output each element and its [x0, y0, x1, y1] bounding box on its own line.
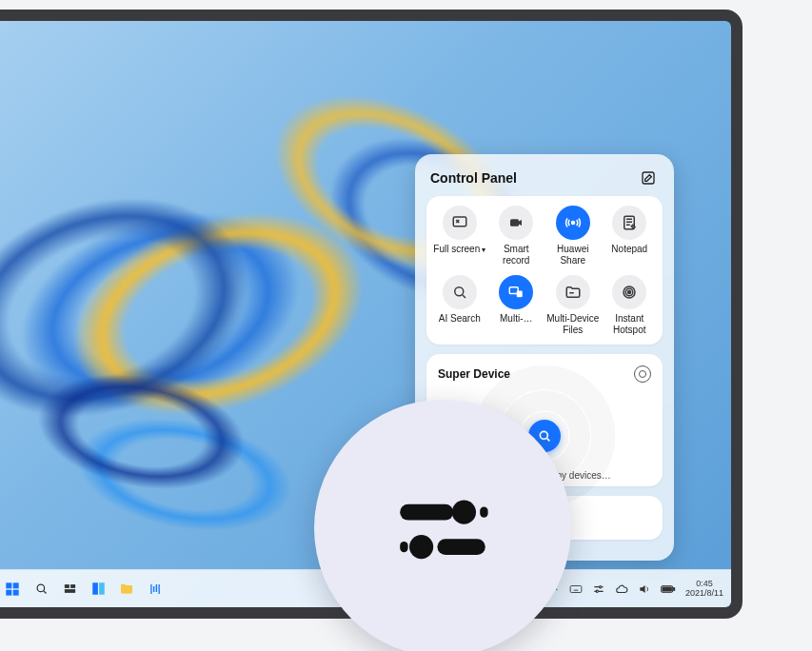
svg-rect-12: [6, 582, 11, 588]
start-button[interactable]: [4, 581, 21, 598]
folder-icon: [119, 582, 134, 597]
edit-button[interactable]: [638, 168, 659, 188]
tile-multi-device-files[interactable]: Multi-Device Files: [545, 275, 601, 335]
svg-rect-30: [480, 507, 487, 518]
svg-point-11: [540, 431, 547, 439]
tile-label: Full screen▾: [433, 244, 485, 265]
tray-battery[interactable]: [661, 583, 676, 595]
share-broadcast-icon: [564, 214, 582, 231]
svg-rect-21: [99, 582, 105, 595]
tile-ai-search[interactable]: AI Search: [432, 275, 487, 335]
svg-point-32: [409, 535, 433, 559]
sliders-icon: [376, 462, 509, 595]
keyboard-icon: [569, 582, 583, 596]
svg-rect-28: [400, 504, 453, 521]
quick-tiles-grid: Full screen▾ Smart record Huawei Share N…: [432, 206, 657, 335]
svg-rect-13: [13, 582, 19, 588]
search-icon: [451, 284, 468, 301]
windows-icon: [5, 582, 20, 597]
clock-date: 2021/8/11: [685, 589, 723, 598]
tile-smart-record[interactable]: Smart record: [489, 206, 545, 266]
task-view[interactable]: [61, 581, 78, 598]
tile-fullscreen[interactable]: Full screen▾: [432, 206, 487, 266]
app-icon: [91, 582, 106, 596]
super-device-title: Super Device: [438, 367, 510, 381]
tray-volume[interactable]: [638, 582, 651, 596]
svg-rect-27: [663, 587, 671, 591]
svg-point-23: [600, 585, 602, 587]
battery-icon: [661, 583, 676, 595]
record-icon: [507, 214, 525, 231]
svg-rect-17: [64, 584, 69, 588]
svg-rect-26: [673, 587, 674, 590]
folder-icon: [564, 284, 582, 301]
hotspot-icon: [621, 284, 638, 301]
taskbar-app-1[interactable]: [89, 581, 107, 598]
tile-label: Instant Hotspot: [603, 313, 658, 335]
tray-keyboard[interactable]: [569, 582, 583, 596]
tile-label: Huawei Share: [545, 244, 601, 266]
multi-screen-icon: [507, 284, 525, 301]
file-explorer[interactable]: [118, 581, 135, 598]
sliders-icon: [592, 582, 605, 596]
taskbar-search[interactable]: [32, 581, 50, 598]
taskbar-left: |ıl|: [0, 581, 164, 598]
chevron-down-icon: ▾: [482, 246, 485, 254]
svg-rect-7: [517, 291, 523, 298]
svg-point-16: [37, 584, 45, 592]
svg-point-8: [628, 291, 631, 294]
tile-label: Multi-Device Files: [545, 313, 601, 335]
taskbar-right: 0:45 2021/8/11: [550, 580, 723, 598]
notepad-icon: [621, 214, 638, 231]
svg-rect-31: [400, 542, 407, 552]
edit-icon: [641, 170, 656, 186]
search-icon: [537, 428, 552, 444]
svg-rect-19: [64, 589, 74, 593]
svg-point-5: [455, 287, 464, 296]
target-icon[interactable]: [634, 365, 651, 383]
tile-label: Smart record: [489, 244, 545, 266]
control-panel-title: Control Panel: [430, 170, 517, 186]
quick-tiles-card: Full screen▾ Smart record Huawei Share N…: [426, 196, 663, 345]
volume-icon: [638, 582, 651, 596]
svg-rect-0: [643, 172, 654, 184]
svg-point-3: [571, 222, 574, 225]
tile-huawei-share[interactable]: Huawei Share: [545, 206, 601, 266]
svg-rect-1: [453, 217, 466, 227]
svg-rect-18: [70, 584, 75, 588]
taskbar-app-2[interactable]: |ıl|: [147, 581, 164, 598]
tile-label: Multi-…: [500, 313, 532, 334]
svg-rect-2: [510, 219, 519, 227]
tile-notepad[interactable]: Notepad: [603, 206, 658, 266]
svg-rect-14: [6, 589, 11, 595]
tile-label: AI Search: [439, 313, 481, 334]
tile-instant-hotspot[interactable]: Instant Hotspot: [603, 275, 658, 335]
svg-rect-33: [437, 539, 485, 555]
svg-point-29: [452, 501, 476, 524]
tray-cloud[interactable]: [615, 582, 628, 596]
svg-rect-22: [570, 585, 582, 592]
cloud-icon: [615, 582, 628, 596]
svg-point-24: [596, 590, 598, 592]
task-view-icon: [63, 582, 77, 596]
taskbar-clock[interactable]: 0:45 2021/8/11: [685, 580, 723, 598]
zoom-bubble: [314, 400, 571, 651]
svg-rect-20: [92, 582, 98, 595]
svg-rect-15: [13, 589, 19, 595]
tile-multi-screen[interactable]: Multi-…: [489, 275, 545, 335]
screenshot-icon: [451, 214, 468, 231]
tile-label: Notepad: [611, 244, 647, 265]
tray-sliders[interactable]: [592, 582, 605, 596]
search-icon: [34, 582, 49, 596]
control-panel-header: Control Panel: [426, 168, 663, 196]
